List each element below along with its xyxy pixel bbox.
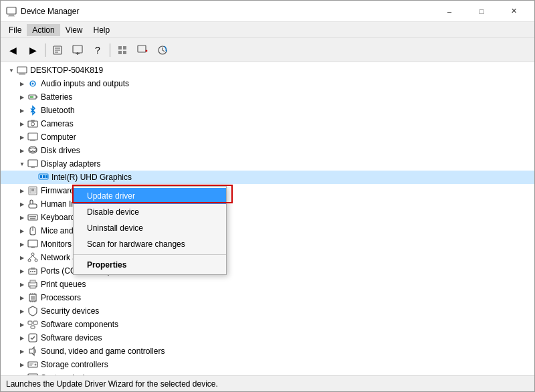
- menu-view[interactable]: View: [60, 24, 88, 36]
- bluetooth-label: Bluetooth: [41, 106, 75, 115]
- tree-item-sw-components[interactable]: ▶ Software components: [1, 318, 534, 331]
- tree-root[interactable]: ▼ DESKTOP-504K819: [1, 64, 534, 77]
- context-menu: Update driver Disable device Uninstall d…: [73, 186, 227, 275]
- toolbar-sep-1: [45, 43, 45, 57]
- network-arrow: ▶: [17, 252, 27, 263]
- ctx-separator: [74, 254, 226, 255]
- svg-rect-68: [30, 280, 35, 283]
- update-driver-button[interactable]: [68, 41, 87, 60]
- tree-item-print[interactable]: ▶ Print queues: [1, 278, 534, 291]
- svg-rect-24: [36, 96, 37, 98]
- svg-point-58: [28, 259, 31, 262]
- svg-rect-54: [28, 240, 37, 247]
- svg-rect-80: [31, 326, 35, 328]
- toolbar: ◀ ▶ ?: [1, 38, 534, 62]
- minimize-button[interactable]: –: [434, 1, 465, 22]
- monitors-label: Monitors: [41, 239, 72, 249]
- ctx-uninstall-device[interactable]: Uninstall device: [74, 220, 226, 236]
- ctx-scan-hardware[interactable]: Scan for hardware changes: [74, 236, 226, 252]
- scan-hardware-button[interactable]: [153, 41, 172, 60]
- sw-components-icon: [27, 319, 38, 330]
- tree-item-processors[interactable]: ▶ Processors: [1, 291, 534, 304]
- tree-item-system[interactable]: ▶ System devices: [1, 371, 534, 375]
- keyboards-arrow: ▶: [17, 212, 27, 223]
- svg-rect-30: [30, 140, 35, 141]
- back-button[interactable]: ◀: [3, 41, 22, 60]
- svg-rect-2: [8, 15, 15, 16]
- monitors-arrow: ▶: [17, 239, 27, 250]
- intel-gpu-arrow: [27, 172, 38, 183]
- svg-rect-26: [28, 121, 37, 127]
- tree-item-bluetooth[interactable]: ▶ Bluetooth: [1, 104, 534, 117]
- svg-point-66: [34, 271, 35, 272]
- tree-item-security[interactable]: ▶ Security devices: [1, 304, 534, 318]
- menu-help[interactable]: Help: [88, 24, 116, 36]
- ctx-properties[interactable]: Properties: [74, 257, 226, 273]
- forward-button[interactable]: ▶: [23, 41, 42, 60]
- display-arrow: ▼: [17, 159, 27, 169]
- svg-rect-52: [30, 218, 35, 219]
- tree-item-sound[interactable]: ▶ Sound, video and game controllers: [1, 345, 534, 358]
- device-manager-window: Device Manager – □ ✕ File Action View He…: [0, 0, 535, 392]
- ctx-update-driver[interactable]: Update driver: [74, 188, 226, 204]
- ctx-disable-device[interactable]: Disable device: [74, 204, 226, 220]
- menu-bar: File Action View Help: [1, 22, 534, 38]
- security-icon: [27, 306, 38, 316]
- show-hidden-button[interactable]: [113, 41, 132, 60]
- window-title: Device Manager: [21, 7, 434, 16]
- properties-button[interactable]: [48, 41, 67, 60]
- hid-icon: [27, 199, 38, 209]
- ports-icon: [27, 266, 38, 276]
- svg-rect-51: [33, 216, 35, 217]
- tree-item-disk[interactable]: ▶ Disk drives: [1, 144, 534, 157]
- processors-arrow: ▶: [17, 292, 27, 303]
- menu-file[interactable]: File: [3, 24, 27, 36]
- display-icon: [27, 159, 38, 169]
- svg-rect-13: [123, 51, 126, 54]
- network-icon: [27, 252, 38, 263]
- svg-rect-50: [31, 216, 32, 217]
- ports-arrow: ▶: [17, 266, 27, 276]
- tree-item-display[interactable]: ▼ Display adapters: [1, 157, 534, 171]
- tree-item-computer[interactable]: ▶ Computer: [1, 130, 534, 144]
- bluetooth-arrow: ▶: [17, 105, 27, 116]
- tree-item-batteries[interactable]: ▶ Batteries: [1, 90, 534, 104]
- security-label: Security devices: [41, 306, 99, 316]
- cameras-icon: [27, 118, 38, 129]
- storage-icon: [27, 359, 38, 370]
- tree-item-audio[interactable]: ▶ Audio inputs and outputs: [1, 77, 534, 90]
- disk-arrow: ▶: [17, 145, 27, 156]
- menu-action[interactable]: Action: [27, 24, 60, 36]
- maximize-button[interactable]: □: [466, 1, 497, 22]
- tree-item-cameras[interactable]: ▶ Cameras: [1, 117, 534, 130]
- print-label: Print queues: [41, 280, 86, 289]
- bluetooth-icon: [27, 105, 38, 116]
- svg-rect-1: [9, 15, 14, 16]
- system-label: System devices: [41, 373, 97, 375]
- svg-point-22: [32, 83, 34, 85]
- toolbar-sep-2: [110, 43, 110, 57]
- sw-devices-arrow: ▶: [17, 332, 27, 343]
- tree-item-storage[interactable]: ▶ Storage controllers: [1, 358, 534, 371]
- remove-device-button[interactable]: [133, 41, 152, 60]
- svg-rect-48: [32, 216, 33, 217]
- cameras-arrow: ▶: [17, 118, 27, 129]
- close-button[interactable]: ✕: [498, 1, 529, 22]
- sw-components-arrow: ▶: [17, 319, 27, 330]
- app-icon: [6, 6, 17, 17]
- help-button[interactable]: ?: [88, 41, 107, 60]
- svg-rect-14: [138, 45, 146, 52]
- sw-devices-icon: [27, 332, 38, 343]
- tree-view[interactable]: ▼ DESKTOP-504K819 ▶: [1, 62, 534, 375]
- svg-rect-18: [17, 67, 27, 73]
- svg-marker-82: [29, 347, 34, 355]
- svg-rect-25: [30, 96, 33, 98]
- tree-item-sw-devices[interactable]: ▶ Software devices: [1, 331, 534, 345]
- batteries-label: Batteries: [41, 92, 72, 102]
- system-icon: [27, 373, 38, 375]
- svg-rect-29: [28, 133, 37, 140]
- tree-item-intel-gpu[interactable]: Intel(R) UHD Graphics: [1, 171, 534, 184]
- svg-point-64: [30, 271, 31, 272]
- svg-point-59: [35, 259, 37, 262]
- keyboards-icon: [27, 212, 38, 223]
